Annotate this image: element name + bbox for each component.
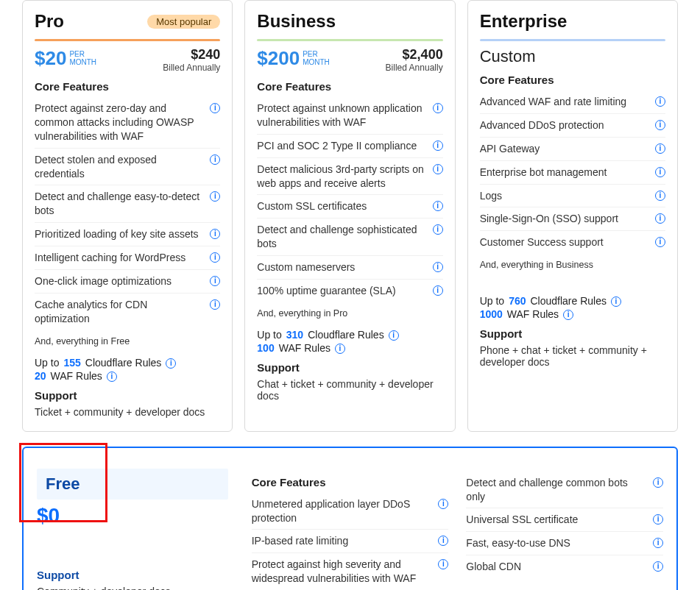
waf-rules-line: 20 WAF Rules i: [35, 370, 220, 382]
cloudflare-rules-line: Up to 310 Cloudflare Rules i: [257, 329, 442, 341]
feature-item: Global CDNi: [466, 555, 663, 578]
feature-list-enterprise: Advanced WAF and rate limitingi Advanced…: [480, 90, 665, 254]
feature-item: Prioritized loading of key site assetsi: [35, 223, 220, 246]
info-icon[interactable]: i: [655, 191, 665, 201]
feature-item: Enterprise bot managementi: [480, 161, 665, 185]
feature-item: PCI and SOC 2 Type II compliancei: [257, 135, 442, 158]
feature-item: Advanced WAF and rate limitingi: [480, 90, 665, 114]
plan-card-business[interactable]: Business $200 PER MONTH $2,400 Billed An…: [244, 0, 455, 432]
plan-price-free: $0: [37, 504, 234, 527]
waf-rules-line: 1000 WAF Rules i: [480, 308, 665, 320]
info-icon[interactable]: i: [433, 285, 443, 296]
info-icon[interactable]: i: [210, 191, 220, 202]
feature-item: Detect stolen and exposed credentialsi: [35, 149, 220, 186]
feature-item: Customer Success supporti: [480, 231, 665, 254]
feature-list-free-right: Detect and challenge common bots onlyi U…: [466, 472, 663, 578]
accent-bar: [257, 39, 442, 41]
info-icon[interactable]: i: [611, 296, 621, 307]
plan-price-enterprise: Custom: [480, 47, 665, 66]
info-icon[interactable]: i: [210, 154, 220, 165]
info-icon[interactable]: i: [433, 201, 443, 211]
feature-item: Custom SSL certificatesi: [257, 195, 442, 218]
feature-item: Detect and challenge sophisticated botsi: [257, 218, 442, 256]
info-icon[interactable]: i: [433, 141, 443, 151]
info-icon[interactable]: i: [655, 167, 665, 177]
info-icon[interactable]: i: [335, 344, 345, 354]
info-icon[interactable]: i: [433, 262, 443, 272]
info-icon[interactable]: i: [438, 559, 448, 569]
core-features-heading: Core Features: [480, 74, 665, 86]
feature-item: Detect and challenge easy-to-detect bots…: [35, 185, 220, 223]
info-icon[interactable]: i: [655, 213, 665, 224]
everything-note: And, everything in Business: [480, 260, 665, 270]
info-icon[interactable]: i: [107, 372, 117, 382]
info-icon[interactable]: i: [563, 310, 573, 320]
support-heading: Support: [37, 569, 234, 581]
support-text: Phone + chat + ticket + community + deve…: [480, 344, 665, 368]
support-text: Community + developer docs: [37, 586, 234, 590]
feature-item: API Gatewayi: [480, 138, 665, 161]
core-features-heading: Core Features: [35, 80, 220, 93]
info-icon[interactable]: i: [210, 276, 220, 286]
support-text: Chat + ticket + community + developer do…: [257, 378, 442, 402]
feature-item: Cache analytics for CDN optimizationi: [35, 294, 220, 330]
info-icon[interactable]: i: [653, 514, 663, 525]
info-icon[interactable]: i: [655, 143, 665, 154]
feature-item: Logsi: [480, 185, 665, 208]
info-icon[interactable]: i: [433, 164, 443, 174]
everything-note: And, everything in Pro: [257, 308, 442, 319]
info-icon[interactable]: i: [210, 229, 220, 239]
info-icon[interactable]: i: [210, 252, 220, 263]
plan-card-free-selected[interactable]: Free $0 Support Community + developer do…: [22, 447, 678, 590]
core-features-heading: Core Features: [257, 80, 442, 93]
cloudflare-rules-line: Up to 155 Cloudflare Rules i: [35, 357, 220, 369]
feature-item: Single-Sign-On (SSO) supporti: [480, 207, 665, 231]
feature-list-free-left: Unmetered application layer DDoS protect…: [252, 493, 449, 590]
plan-card-pro[interactable]: Pro Most popular $20 PER MONTH $240 Bill…: [22, 0, 233, 432]
feature-item: Intelligent caching for WordPressi: [35, 246, 220, 270]
info-icon[interactable]: i: [653, 538, 663, 548]
support-heading: Support: [257, 361, 442, 374]
plan-card-enterprise[interactable]: Enterprise Custom Core Features Advanced…: [467, 0, 678, 432]
core-features-heading: Core Features: [252, 476, 449, 488]
feature-item: Detect malicious 3rd-party scripts on we…: [257, 158, 442, 196]
feature-list-business: Protect against unknown application vuln…: [257, 97, 442, 302]
info-icon[interactable]: i: [653, 561, 663, 572]
info-icon[interactable]: i: [438, 499, 448, 509]
info-icon[interactable]: i: [653, 477, 663, 488]
info-icon[interactable]: i: [210, 103, 220, 113]
info-icon[interactable]: i: [655, 237, 665, 247]
feature-item: Protect against unknown application vuln…: [257, 97, 442, 135]
feature-item: Universal SSL certificatei: [466, 508, 663, 532]
info-icon[interactable]: i: [438, 536, 448, 546]
info-icon[interactable]: i: [389, 330, 399, 341]
waf-rules-line: 100 WAF Rules i: [257, 342, 442, 354]
info-icon[interactable]: i: [166, 358, 176, 369]
feature-list-pro: Protect against zero-day and common atta…: [35, 97, 220, 330]
plan-name-pro: Pro: [35, 11, 64, 32]
feature-item: Detect and challenge common bots onlyi: [466, 472, 663, 509]
support-heading: Support: [480, 327, 665, 340]
annual-price-pro: $240 Billed Annually: [163, 47, 220, 73]
info-icon[interactable]: i: [433, 103, 443, 113]
info-icon[interactable]: i: [433, 224, 443, 235]
feature-item: 100% uptime guarantee (SLA)i: [257, 280, 442, 302]
annual-price-business: $2,400 Billed Annually: [386, 47, 443, 73]
plan-price-pro: $20 PER MONTH: [35, 47, 96, 70]
support-text: Ticket + community + developer docs: [35, 406, 220, 418]
feature-item: One-click image optimizationsi: [35, 270, 220, 294]
info-icon[interactable]: i: [655, 120, 665, 130]
feature-item: Fast, easy-to-use DNSi: [466, 532, 663, 555]
plan-name-enterprise: Enterprise: [480, 11, 568, 32]
plan-price-business: $200 PER MONTH: [257, 47, 330, 70]
feature-item: Protect against high severity and widesp…: [252, 553, 449, 590]
accent-bar: [480, 39, 665, 41]
plan-name-free: Free: [37, 469, 228, 500]
info-icon[interactable]: i: [655, 96, 665, 107]
info-icon[interactable]: i: [210, 299, 220, 310]
feature-item: Protect against zero-day and common atta…: [35, 97, 220, 149]
feature-item: IP-based rate limitingi: [252, 530, 449, 553]
everything-note: And, everything in Free: [35, 336, 220, 346]
plan-name-business: Business: [257, 11, 336, 32]
feature-item: Unmetered application layer DDoS protect…: [252, 493, 449, 530]
